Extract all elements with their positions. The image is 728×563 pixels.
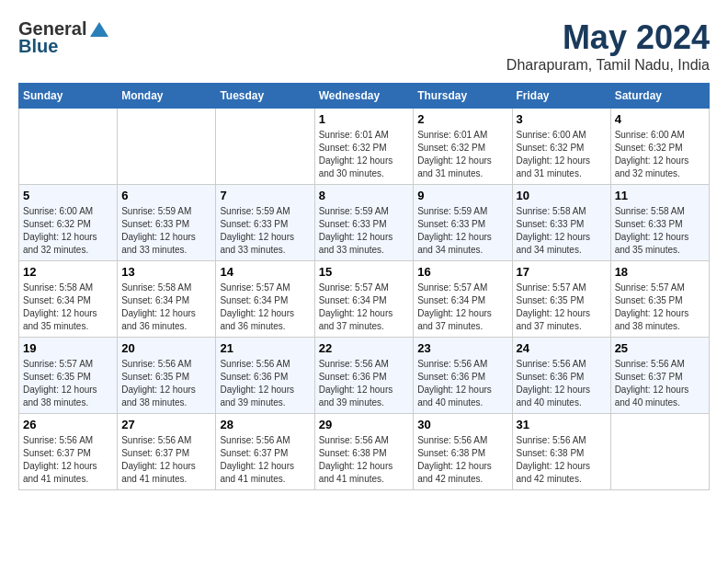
cell-date-number: 13 [121,265,211,279]
cell-date-number: 18 [615,265,705,279]
calendar-header-row: SundayMondayTuesdayWednesdayThursdayFrid… [19,84,710,109]
cell-daylight-info: Sunrise: 6:00 AM Sunset: 6:32 PM Dayligh… [615,129,705,180]
cell-daylight-info: Sunrise: 6:00 AM Sunset: 6:32 PM Dayligh… [23,205,113,257]
calendar-cell: 22Sunrise: 5:56 AM Sunset: 6:36 PM Dayli… [314,338,414,414]
cell-date-number: 23 [417,341,507,355]
cell-date-number: 2 [417,112,507,126]
calendar-cell: 17Sunrise: 5:57 AM Sunset: 6:35 PM Dayli… [512,261,610,338]
cell-daylight-info: Sunrise: 5:58 AM Sunset: 6:33 PM Dayligh… [517,205,607,257]
cell-date-number: 17 [517,265,607,279]
cell-daylight-info: Sunrise: 5:56 AM Sunset: 6:37 PM Dayligh… [23,434,113,486]
cell-date-number: 15 [319,265,410,279]
col-header-monday: Monday [118,84,216,109]
cell-date-number: 21 [220,341,310,355]
calendar-cell: 12Sunrise: 5:58 AM Sunset: 6:34 PM Dayli… [19,261,118,338]
cell-daylight-info: Sunrise: 5:57 AM Sunset: 6:35 PM Dayligh… [615,282,705,333]
cell-date-number: 27 [121,418,211,431]
logo: General Blue [18,18,110,57]
col-header-friday: Friday [512,84,610,109]
calendar-cell: 16Sunrise: 5:57 AM Sunset: 6:34 PM Dayli… [414,261,512,338]
cell-date-number: 12 [23,265,113,279]
cell-date-number: 3 [517,112,607,126]
calendar-cell: 8Sunrise: 5:59 AM Sunset: 6:33 PM Daylig… [314,185,414,261]
calendar-week-row: 12Sunrise: 5:58 AM Sunset: 6:34 PM Dayli… [19,261,710,338]
cell-daylight-info: Sunrise: 5:56 AM Sunset: 6:37 PM Dayligh… [121,434,211,486]
calendar-week-row: 5Sunrise: 6:00 AM Sunset: 6:32 PM Daylig… [19,185,710,261]
cell-date-number: 11 [615,189,705,202]
calendar-cell: 24Sunrise: 5:56 AM Sunset: 6:36 PM Dayli… [512,338,610,414]
calendar-cell: 20Sunrise: 5:56 AM Sunset: 6:35 PM Dayli… [118,338,216,414]
cell-date-number: 25 [615,341,705,355]
cell-date-number: 26 [23,418,113,431]
calendar-cell: 7Sunrise: 5:59 AM Sunset: 6:33 PM Daylig… [216,185,314,261]
cell-daylight-info: Sunrise: 5:58 AM Sunset: 6:34 PM Dayligh… [121,282,211,333]
cell-daylight-info: Sunrise: 6:00 AM Sunset: 6:32 PM Dayligh… [517,129,607,180]
col-header-tuesday: Tuesday [216,84,314,109]
calendar-cell: 30Sunrise: 5:56 AM Sunset: 6:38 PM Dayli… [414,414,512,490]
calendar-cell: 26Sunrise: 5:56 AM Sunset: 6:37 PM Dayli… [19,414,118,490]
calendar-table: SundayMondayTuesdayWednesdayThursdayFrid… [18,83,710,490]
cell-daylight-info: Sunrise: 5:56 AM Sunset: 6:37 PM Dayligh… [220,434,310,486]
calendar-week-row: 26Sunrise: 5:56 AM Sunset: 6:37 PM Dayli… [19,414,710,490]
calendar-cell: 29Sunrise: 5:56 AM Sunset: 6:38 PM Dayli… [314,414,414,490]
cell-date-number: 20 [121,341,211,355]
page-title: May 2024 [506,18,710,57]
col-header-thursday: Thursday [414,84,512,109]
cell-daylight-info: Sunrise: 5:56 AM Sunset: 6:37 PM Dayligh… [615,358,705,409]
cell-daylight-info: Sunrise: 5:56 AM Sunset: 6:36 PM Dayligh… [517,358,607,409]
cell-daylight-info: Sunrise: 5:57 AM Sunset: 6:35 PM Dayligh… [23,358,113,409]
cell-daylight-info: Sunrise: 5:56 AM Sunset: 6:36 PM Dayligh… [319,358,410,409]
cell-date-number: 4 [615,112,705,126]
cell-date-number: 14 [220,265,310,279]
title-block: May 2024 Dharapuram, Tamil Nadu, India [506,18,710,74]
calendar-cell: 1Sunrise: 6:01 AM Sunset: 6:32 PM Daylig… [314,109,414,185]
cell-date-number: 30 [417,418,507,431]
calendar-cell [118,109,216,185]
calendar-cell: 15Sunrise: 5:57 AM Sunset: 6:34 PM Dayli… [314,261,414,338]
cell-date-number: 8 [319,189,410,202]
cell-daylight-info: Sunrise: 5:56 AM Sunset: 6:36 PM Dayligh… [417,358,507,409]
cell-date-number: 31 [517,418,607,431]
calendar-cell: 13Sunrise: 5:58 AM Sunset: 6:34 PM Dayli… [118,261,216,338]
cell-daylight-info: Sunrise: 5:59 AM Sunset: 6:33 PM Dayligh… [220,205,310,257]
cell-date-number: 6 [121,189,211,202]
calendar-cell: 14Sunrise: 5:57 AM Sunset: 6:34 PM Dayli… [216,261,314,338]
cell-daylight-info: Sunrise: 5:58 AM Sunset: 6:34 PM Dayligh… [23,282,113,333]
calendar-cell: 2Sunrise: 6:01 AM Sunset: 6:32 PM Daylig… [414,109,512,185]
calendar-week-row: 19Sunrise: 5:57 AM Sunset: 6:35 PM Dayli… [19,338,710,414]
calendar-cell: 5Sunrise: 6:00 AM Sunset: 6:32 PM Daylig… [19,185,118,261]
cell-date-number: 19 [23,341,113,355]
cell-date-number: 22 [319,341,410,355]
calendar-cell: 6Sunrise: 5:59 AM Sunset: 6:33 PM Daylig… [118,185,216,261]
calendar-cell: 10Sunrise: 5:58 AM Sunset: 6:33 PM Dayli… [512,185,610,261]
page-header: General Blue May 2024 Dharapuram, Tamil … [18,18,710,74]
cell-date-number: 24 [517,341,607,355]
cell-date-number: 10 [517,189,607,202]
calendar-week-row: 1Sunrise: 6:01 AM Sunset: 6:32 PM Daylig… [19,109,710,185]
cell-daylight-info: Sunrise: 5:56 AM Sunset: 6:38 PM Dayligh… [517,434,607,486]
cell-date-number: 29 [319,418,410,431]
col-header-wednesday: Wednesday [314,84,414,109]
svg-marker-0 [90,22,108,37]
cell-daylight-info: Sunrise: 5:56 AM Sunset: 6:36 PM Dayligh… [220,358,310,409]
calendar-cell [19,109,118,185]
calendar-cell: 3Sunrise: 6:00 AM Sunset: 6:32 PM Daylig… [512,109,610,185]
cell-date-number: 9 [417,189,507,202]
calendar-cell [610,414,709,490]
cell-daylight-info: Sunrise: 5:57 AM Sunset: 6:34 PM Dayligh… [220,282,310,333]
calendar-cell: 25Sunrise: 5:56 AM Sunset: 6:37 PM Dayli… [610,338,709,414]
calendar-cell: 27Sunrise: 5:56 AM Sunset: 6:37 PM Dayli… [118,414,216,490]
calendar-cell: 19Sunrise: 5:57 AM Sunset: 6:35 PM Dayli… [19,338,118,414]
calendar-cell [216,109,314,185]
cell-daylight-info: Sunrise: 5:57 AM Sunset: 6:34 PM Dayligh… [417,282,507,333]
calendar-cell: 21Sunrise: 5:56 AM Sunset: 6:36 PM Dayli… [216,338,314,414]
cell-daylight-info: Sunrise: 5:59 AM Sunset: 6:33 PM Dayligh… [121,205,211,257]
cell-date-number: 28 [220,418,310,431]
page-subtitle: Dharapuram, Tamil Nadu, India [506,57,710,74]
cell-daylight-info: Sunrise: 5:56 AM Sunset: 6:38 PM Dayligh… [319,434,410,486]
cell-daylight-info: Sunrise: 6:01 AM Sunset: 6:32 PM Dayligh… [417,129,507,180]
calendar-cell: 18Sunrise: 5:57 AM Sunset: 6:35 PM Dayli… [610,261,709,338]
col-header-sunday: Sunday [19,84,118,109]
cell-daylight-info: Sunrise: 5:57 AM Sunset: 6:34 PM Dayligh… [319,282,410,333]
cell-daylight-info: Sunrise: 5:59 AM Sunset: 6:33 PM Dayligh… [319,205,410,257]
